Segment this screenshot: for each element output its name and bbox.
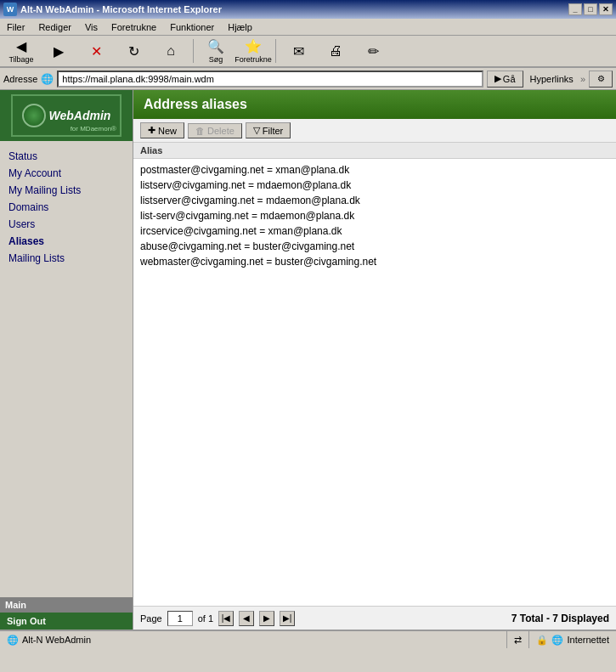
sidebar-item-aliases[interactable]: Aliases [0, 233, 133, 250]
address-bar: Adresse 🌐 ▶ Gå Hyperlinks » ⚙ [0, 68, 616, 90]
next-page-button[interactable]: ▶ [259, 611, 274, 626]
menu-hjaelp[interactable]: Hjælp [224, 20, 256, 34]
sidebar-logo: WebAdmin for MDaemon® [0, 90, 133, 141]
toolbar-expand-button[interactable]: » [580, 74, 585, 84]
app-icon: W [3, 3, 17, 16]
go-label: Gå [503, 74, 516, 84]
favorites-icon: ⭐ [245, 38, 262, 54]
table-row[interactable]: postmaster@civgaming.net = xman@plana.dk [140, 162, 609, 178]
favorites-label: Foretrukne [235, 55, 272, 64]
menu-filer[interactable]: Filer [3, 20, 28, 34]
page-title: Address aliases [144, 97, 247, 111]
filter-label: Filter [263, 126, 283, 136]
home-icon: ⌂ [167, 43, 175, 59]
back-button[interactable]: ◀ Tilbage [3, 37, 39, 65]
pagination-bar: Page of 1 |◀ ◀ ▶ ▶| 7 Total - 7 Displaye… [133, 606, 616, 630]
table-row[interactable]: webmaster@civgaming.net = buster@civgami… [140, 254, 609, 269]
address-input[interactable] [57, 71, 483, 88]
page-input[interactable] [167, 611, 193, 626]
go-icon: ▶ [494, 73, 501, 84]
refresh-icon: ↻ [128, 43, 139, 59]
ie-status-right: ⇄ 🔒 🌐 Internettet [506, 631, 616, 648]
alias-list: postmaster@civgaming.net = xman@plana.dk… [133, 159, 616, 273]
window-title: Alt-N WebAdmin - Microsoft Internet Expl… [20, 4, 222, 14]
ie-menu-button[interactable]: ⚙ [589, 71, 613, 88]
minimize-button[interactable]: _ [568, 3, 582, 15]
table-row[interactable]: ircservice@civgaming.net = xman@plana.dk [140, 223, 609, 239]
lock-icon: 🔒 [536, 635, 548, 646]
first-page-button[interactable]: |◀ [218, 611, 234, 626]
new-label: New [158, 126, 177, 136]
prev-page-button[interactable]: ◀ [239, 611, 254, 626]
sidebar-item-domains[interactable]: Domains [0, 199, 133, 216]
sidebar-item-my-account[interactable]: My Account [0, 165, 133, 182]
sign-out-button[interactable]: Sign Out [0, 613, 133, 630]
browser-toolbar: ◀ Tilbage ▶ ✕ ↻ ⌂ 🔍 Søg ⭐ Foretrukne ✉ 🖨… [0, 36, 616, 68]
logo-sub: for MDaemon® [71, 125, 116, 133]
back-icon: ◀ [16, 38, 26, 54]
sidebar-item-my-mailing-lists[interactable]: My Mailing Lists [0, 182, 133, 199]
ie-status-bar: 🌐 Alt-N WebAdmin ⇄ 🔒 🌐 Internettet [0, 630, 616, 648]
main-layout: WebAdmin for MDaemon® Status My Account … [0, 90, 616, 630]
transfer-icon: ⇄ [514, 635, 522, 646]
refresh-button[interactable]: ↻ [116, 37, 151, 65]
ie-status-left: 🌐 Alt-N WebAdmin [0, 635, 506, 646]
menu-bar: Filer Rediger Vis Foretrukne Funktioner … [0, 19, 616, 36]
menu-rediger[interactable]: Rediger [35, 20, 75, 34]
delete-icon: 🗑 [195, 126, 205, 136]
new-button[interactable]: ✚ New [140, 122, 184, 138]
zone-label: Internettet [567, 635, 609, 645]
total-label: 7 Total - 7 Displayed [511, 613, 609, 624]
edit-icon: ✏ [368, 43, 379, 59]
table-header: Alias [133, 143, 616, 159]
menu-vis[interactable]: Vis [82, 20, 101, 34]
logo-globe [22, 104, 46, 127]
delete-label: Delete [207, 126, 235, 136]
sidebar-nav: Status My Account My Mailing Lists Domai… [0, 141, 133, 597]
delete-button[interactable]: 🗑 Delete [188, 123, 242, 138]
forward-button[interactable]: ▶ [41, 37, 76, 65]
go-button[interactable]: ▶ Gå [487, 71, 523, 88]
forward-icon: ▶ [54, 43, 64, 59]
search-icon: 🔍 [207, 38, 224, 54]
home-button[interactable]: ⌂ [153, 37, 189, 65]
hyperlinks-button[interactable]: Hyperlinks [527, 74, 577, 84]
back-label: Tilbage [8, 55, 33, 64]
edit-button[interactable]: ✏ [355, 37, 391, 65]
search-button[interactable]: 🔍 Søg [198, 37, 234, 65]
globe-icon: 🌐 [551, 635, 563, 646]
table-row[interactable]: abuse@civgaming.net = buster@civgaming.n… [140, 239, 609, 254]
page-label: Page [140, 613, 162, 624]
toolbar-separator-2 [275, 39, 276, 63]
address-icon: 🌐 [41, 73, 54, 85]
alias-column-header: Alias [140, 145, 162, 155]
mail-button[interactable]: ✉ [280, 37, 316, 65]
maximize-button[interactable]: □ [584, 3, 597, 15]
table-row[interactable]: listserver@civgaming.net = mdaemon@plana… [140, 193, 609, 208]
status-app-label: Alt-N WebAdmin [22, 635, 91, 645]
table-row[interactable]: list-serv@civgaming.net = mdaemon@plana.… [140, 208, 609, 223]
sidebar-item-mailing-lists[interactable]: Mailing Lists [0, 250, 133, 267]
print-icon: 🖨 [329, 43, 342, 59]
close-button[interactable]: ✕ [599, 3, 613, 15]
sidebar-item-status[interactable]: Status [0, 148, 133, 165]
logo-brand: WebAdmin [49, 109, 111, 122]
of-label: of 1 [198, 613, 213, 624]
sidebar-section-label: Main [0, 597, 133, 613]
logo-box: WebAdmin for MDaemon® [11, 94, 122, 137]
sidebar-item-users[interactable]: Users [0, 216, 133, 233]
favorites-button[interactable]: ⭐ Foretrukne [235, 37, 271, 65]
menu-foretrukne[interactable]: Foretrukne [108, 20, 160, 34]
sidebar: WebAdmin for MDaemon® Status My Account … [0, 90, 133, 630]
search-label: Søg [209, 55, 223, 64]
content-header: Address aliases [133, 90, 616, 119]
mail-icon: ✉ [293, 43, 304, 59]
filter-button[interactable]: ▽ Filter [246, 122, 291, 138]
stop-button[interactable]: ✕ [78, 37, 114, 65]
filter-icon: ▽ [253, 125, 260, 136]
print-button[interactable]: 🖨 [318, 37, 353, 65]
content-area: Address aliases ✚ New 🗑 Delete ▽ Filter … [133, 90, 616, 630]
last-page-button[interactable]: ▶| [280, 611, 295, 626]
menu-funktioner[interactable]: Funktioner [167, 20, 218, 34]
table-row[interactable]: listserv@civgaming.net = mdaemon@plana.d… [140, 178, 609, 193]
